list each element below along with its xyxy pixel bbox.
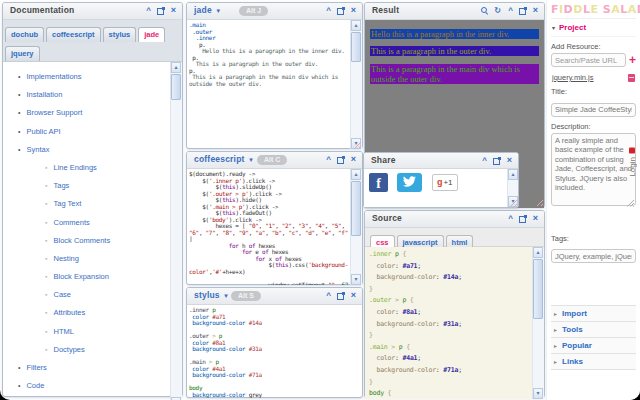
twitter-button[interactable]	[397, 173, 422, 192]
editor-title[interactable]: jade ▾	[194, 5, 220, 15]
jade-header[interactable]: jade ▾ Alt J ^ ×	[187, 3, 362, 20]
project-tags-input[interactable]	[551, 249, 636, 263]
scroll-up-icon[interactable]: ▴	[171, 62, 181, 73]
remove-resource-icon[interactable]	[628, 74, 635, 82]
reload-icon[interactable]: ↻	[493, 6, 502, 15]
source-header[interactable]: Source ^ ×	[365, 211, 544, 228]
scrollbar-thumb[interactable]	[533, 259, 543, 319]
result-paragraph[interactable]: This is a paragraph in the main div whic…	[370, 64, 539, 84]
popout-icon[interactable]	[157, 7, 165, 15]
stylus-code-editor[interactable]: .inner p color #a71 background-color #14…	[187, 305, 351, 398]
doc-link-attributes[interactable]: Attributes	[53, 308, 85, 317]
close-icon[interactable]: ×	[349, 291, 358, 300]
tab-jade[interactable]: jade	[138, 27, 165, 42]
close-icon[interactable]: ×	[349, 6, 358, 15]
doc-link-browser-support[interactable]: Browser Support	[26, 108, 82, 117]
doc-link-block-comments[interactable]: Block Comments	[53, 236, 110, 245]
facebook-button[interactable]: f	[369, 173, 388, 192]
doc-link-installation[interactable]: Installation	[26, 90, 62, 99]
doc-link-nesting[interactable]: Nesting	[53, 254, 78, 263]
source-body: .inner p { color: #a71; background-color…	[365, 247, 544, 399]
sidebar-section-import[interactable]: ▸Import	[551, 306, 636, 322]
result-paragraph[interactable]: This is a paragraph in the outer div.	[370, 46, 539, 56]
minimize-icon[interactable]: ^	[324, 155, 333, 164]
close-icon[interactable]: ×	[505, 156, 514, 165]
login-tab[interactable]: Login	[628, 148, 637, 177]
close-icon[interactable]: ×	[531, 6, 540, 15]
project-description-textarea[interactable]: A really simple and basic example of the…	[551, 133, 636, 206]
popout-icon[interactable]	[337, 292, 345, 300]
jade-code-editor[interactable]: .main .outer .inner p. Hello this is a p…	[187, 20, 351, 87]
resource-search-input[interactable]	[551, 53, 626, 67]
scrollbar-thumb[interactable]	[351, 32, 361, 62]
popout-icon[interactable]	[337, 156, 345, 164]
scroll-up-icon[interactable]: ▴	[351, 20, 361, 31]
sidebar-section-tools[interactable]: ▸Tools	[551, 322, 636, 338]
popout-icon[interactable]	[519, 7, 527, 15]
close-icon[interactable]: ×	[531, 214, 540, 223]
scrollbar[interactable]: ▴ ▾	[350, 20, 362, 149]
coffeescript-editor-body: $(document).ready -> $('.inner p').click…	[187, 169, 362, 285]
result-header[interactable]: Result ↻ ^ ×	[365, 3, 544, 20]
scroll-up-icon[interactable]: ▴	[533, 247, 543, 258]
documentation-header[interactable]: Documentation ^ ×	[3, 3, 182, 20]
gplus-button[interactable]: g+1	[432, 174, 458, 191]
minimize-icon[interactable]: ^	[480, 156, 489, 165]
doc-link-syntax[interactable]: Syntax	[26, 145, 49, 154]
doc-link-tag-text[interactable]: Tag Text	[53, 199, 81, 208]
scrollbar[interactable]: ▴ ▾	[170, 62, 182, 400]
minimize-icon[interactable]: ^	[324, 291, 333, 300]
source-code-view[interactable]: .inner p { color: #a71; background-color…	[365, 247, 533, 399]
scroll-up-icon[interactable]: ▴	[508, 169, 518, 180]
scroll-down-icon[interactable]: ▾	[351, 274, 361, 285]
zoom-icon[interactable]	[480, 6, 489, 15]
doc-link-tags[interactable]: Tags	[53, 181, 69, 190]
tab-stylus[interactable]: stylus	[103, 27, 137, 42]
doc-link-comments[interactable]: Comments	[53, 218, 89, 227]
scroll-up-icon[interactable]: ▴	[351, 169, 361, 180]
login-label: Login	[628, 157, 637, 177]
stylus-header[interactable]: stylus ▾ Alt S ^ ×	[187, 288, 362, 305]
scrollbar-thumb[interactable]	[351, 181, 361, 236]
coffeescript-code-editor[interactable]: $(document).ready -> $('.inner p').click…	[187, 169, 351, 285]
doc-link-html[interactable]: HTML	[53, 327, 73, 336]
section-label: Tools	[562, 325, 583, 334]
project-title-input[interactable]	[551, 103, 636, 117]
doc-link-case[interactable]: Case	[53, 290, 71, 299]
doc-link-filters[interactable]: Filters	[26, 363, 46, 372]
sidebar-section-popular[interactable]: ▸Popular	[551, 338, 636, 354]
minimize-icon[interactable]: ^	[506, 214, 515, 223]
editor-title[interactable]: coffeescript ▾	[194, 154, 253, 164]
scroll-down-icon[interactable]: ▾	[533, 388, 543, 399]
doc-link-block-expansion[interactable]: Block Expansion	[53, 272, 108, 281]
resource-link-jquery[interactable]: jquery.min.js	[552, 73, 594, 82]
add-resource-button[interactable]: +	[629, 55, 636, 65]
minimize-icon[interactable]: ^	[144, 6, 153, 15]
project-accordion-header[interactable]: ▾ Project	[551, 18, 636, 37]
share-header[interactable]: Share ^ ×	[364, 153, 518, 169]
close-icon[interactable]: ×	[169, 6, 178, 15]
shortcut-badge: Alt C	[257, 155, 287, 165]
doc-list-item: ◦Case	[3, 283, 182, 301]
tab-jquery[interactable]: jquery	[5, 46, 40, 61]
scrollbar-thumb[interactable]	[171, 74, 181, 100]
tab-coffeescript[interactable]: coffeescript	[46, 27, 101, 42]
coffeescript-header[interactable]: coffeescript ▾ Alt C ^ ×	[187, 152, 362, 169]
editor-title[interactable]: stylus ▾	[194, 290, 228, 300]
popout-icon[interactable]	[337, 7, 345, 15]
scrollbar[interactable]: ▴ ▾	[532, 247, 544, 399]
doc-link-public-api[interactable]: Public API	[26, 127, 60, 136]
minimize-icon[interactable]: ^	[506, 6, 515, 15]
close-icon[interactable]: ×	[349, 155, 358, 164]
popout-icon[interactable]	[493, 157, 501, 165]
sidebar-section-links[interactable]: ▸Links	[551, 354, 636, 370]
result-paragraph[interactable]: Hello this is a paragraph in the inner d…	[370, 29, 539, 39]
doc-link-line-endings[interactable]: Line Endings	[53, 163, 96, 172]
minimize-icon[interactable]: ^	[324, 6, 333, 15]
doc-link-implementations[interactable]: Implementations	[26, 72, 81, 81]
scrollbar[interactable]: ▴ ▾	[350, 169, 362, 285]
tab-dochub[interactable]: dochub	[5, 27, 44, 42]
doc-link-doctypes[interactable]: Doctypes	[53, 345, 84, 354]
doc-link-code[interactable]: Code	[26, 381, 44, 390]
popout-icon[interactable]	[519, 215, 527, 223]
